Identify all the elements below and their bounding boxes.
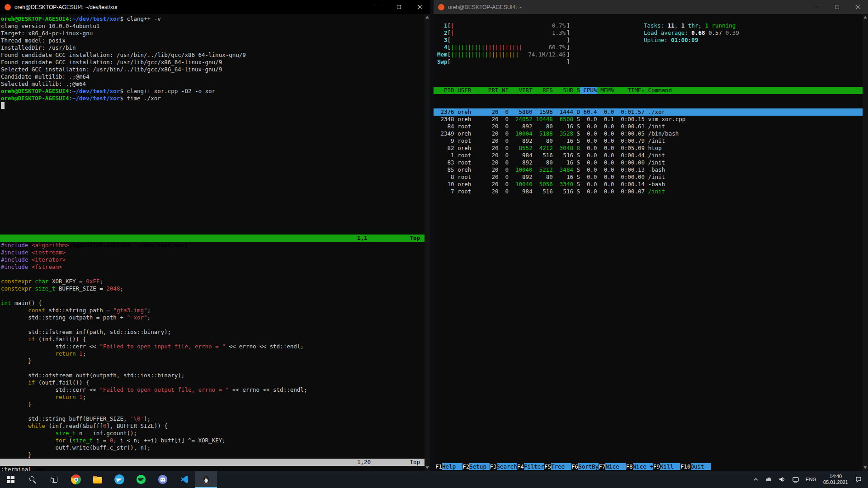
fkey-f5[interactable]: F5Tree [544, 463, 571, 470]
taskbar: ENG 14:40 05.01.2021 [0, 471, 868, 488]
telegram-button[interactable] [108, 471, 130, 488]
vim-statusline-terminal: !/bin/bash [oreh@DESKTOP-AGESUI4: ~/dev/… [0, 235, 425, 242]
language-indicator[interactable]: ENG [802, 471, 820, 488]
process-row[interactable]: 8root2008928016S0.00.00:00.00/init [434, 174, 863, 181]
code-line: while (inf.read(&buff[0], BUFFER_SIZE)) … [1, 422, 425, 430]
system-tray: ENG 14:40 05.01.2021 [750, 471, 868, 488]
terminal-line: Selected multilib: .;@m64 [1, 80, 425, 88]
code-line: constexpr char XOR_KEY = 0xFF; [1, 278, 425, 285]
column-header-mem[interactable]: MEM% [597, 87, 614, 94]
code-line: outf.write(buff.c_str(), n); [1, 444, 425, 451]
scrollbar-down-arrow-icon[interactable] [863, 466, 867, 469]
code-line: } [1, 401, 425, 408]
code-line: for (size_t i = 0; i < n; ++i) buff[i] ^… [1, 437, 425, 444]
code-line: constexpr size_t BUFFER_SIZE = 2048; [1, 285, 425, 292]
clock[interactable]: 14:40 05.01.2021 [820, 471, 852, 488]
scrollbar-up-arrow-icon[interactable] [425, 16, 429, 19]
minimize-button[interactable] [806, 0, 826, 14]
titlebar[interactable]: oreh@DESKTOP-AGESUI4: ~/dev/test/xor [0, 0, 430, 14]
code-line: return 1; [1, 394, 425, 401]
process-row[interactable]: 85oreh2001004052123484S0.00.00:00.13-bas… [434, 166, 863, 174]
cpu2-meter: 2[|1.3%] [437, 29, 570, 37]
tray-date: 05.01.2021 [823, 479, 848, 485]
scrollbar-up-arrow-icon[interactable] [863, 16, 867, 19]
maximize-button[interactable] [388, 0, 409, 14]
column-header-cpu[interactable]: CPU% [580, 87, 597, 94]
process-row[interactable]: 9root2008928016S0.00.00:00.79/init [434, 137, 863, 145]
fkey-f9[interactable]: F9Kill [653, 463, 680, 470]
terminal-line: Thread model: posix [1, 37, 425, 44]
close-button[interactable] [847, 0, 868, 14]
minimize-button[interactable] [368, 0, 388, 14]
vim-buffer[interactable]: #include <algorithm>#include <iostream>#… [1, 242, 425, 459]
bash-output[interactable]: oreh@DESKTOP-AGESUI4:~/dev/test/xor$ cla… [1, 15, 425, 109]
scrollbar-down-arrow-icon[interactable] [425, 466, 429, 469]
htop-process-table: PIDUSERPRINIVIRTRESSHRSCPU%MEM%TIME+Comm… [434, 72, 863, 210]
process-row[interactable]: 2376oreh200588015961444D60.40.00:01.57./… [434, 108, 863, 116]
network-tray-button[interactable] [789, 471, 802, 488]
column-header-pri[interactable]: PRI [485, 87, 498, 94]
window-title: oreh@DESKTOP-AGESUI4: ~/dev/test/xor [14, 4, 118, 10]
task-view-button[interactable] [43, 471, 65, 488]
process-row[interactable]: 84root2008928016S0.00.00:00.61/init [434, 123, 863, 130]
column-header-ni[interactable]: NI [498, 87, 509, 94]
process-row[interactable]: 83root2008928016S0.00.00:00.00/init [434, 159, 863, 166]
fkey-f4[interactable]: F4Filter [517, 463, 544, 470]
file-explorer-button[interactable] [87, 471, 108, 488]
column-header-time[interactable]: TIME+ [614, 87, 645, 94]
scrollbar[interactable] [863, 14, 868, 471]
search-button[interactable] [22, 471, 43, 488]
scroll-indicator: Top [410, 459, 420, 466]
process-row[interactable]: 2349oreh2001000451883528S0.00.00:00.05/b… [434, 130, 863, 137]
vim-statusline-file: xor.cpp 1,20 Top [0, 459, 425, 466]
terminal-line: oreh@DESKTOP-AGESUI4:~/dev/test/xor$ tim… [1, 95, 425, 102]
column-header-res[interactable]: RES [533, 87, 553, 94]
code-line: const std::string path = "gta3.img"; [1, 307, 425, 314]
fkey-f1[interactable]: F1Help [435, 463, 462, 470]
chrome-button[interactable] [65, 471, 87, 488]
volume-tray-button[interactable] [775, 471, 789, 488]
column-header-virt[interactable]: VIRT [509, 87, 533, 94]
process-row[interactable]: 7root200984516516S0.00.00:00.07/init [434, 188, 863, 195]
discord-button[interactable] [152, 471, 174, 488]
scrollbar[interactable] [425, 14, 430, 471]
fkey-f7[interactable]: F7Nice - [599, 463, 626, 470]
fkey-f6[interactable]: F6SortBy [571, 463, 599, 470]
wsl-terminal-button[interactable] [195, 471, 217, 488]
column-header-s[interactable]: S [573, 87, 580, 94]
fkey-f2[interactable]: F2Setup [462, 463, 490, 470]
titlebar[interactable]: oreh@DESKTOP-AGESUI4: ~ [434, 0, 868, 14]
code-line: } [1, 357, 425, 365]
process-row[interactable]: 1root200984516516S0.00.00:00.44/init [434, 152, 863, 159]
column-header-pid[interactable]: PID [437, 87, 454, 94]
minimize-icon [814, 7, 818, 7]
code-line: size_t n = inf.gcount(); [1, 430, 425, 437]
code-line: std::cerr << "Failed to open input file,… [1, 343, 425, 350]
fkey-f8[interactable]: F8Nice + [626, 463, 653, 470]
maximize-icon [397, 5, 401, 9]
action-center-button[interactable] [852, 471, 865, 488]
close-button[interactable] [409, 0, 430, 14]
process-row[interactable]: 10oreh2001004050563340S0.00.00:00.14-bas… [434, 181, 863, 188]
tray-expand-button[interactable] [750, 471, 762, 488]
notification-bubble-icon [855, 476, 862, 483]
fkey-f3[interactable]: F3Search [490, 463, 517, 470]
vscode-button[interactable] [174, 471, 195, 488]
right-terminal-window: oreh@DESKTOP-AGESUI4: ~ 1[|0.7%] 2[|1.3%… [434, 0, 868, 471]
column-header-user[interactable]: USER [454, 87, 485, 94]
terminal-line: Found candidate GCC installation: /usr/b… [1, 52, 425, 59]
fkey-f10[interactable]: F10Quit [680, 463, 711, 470]
spotify-button[interactable] [130, 471, 152, 488]
start-button[interactable] [0, 471, 22, 488]
column-header-shr[interactable]: SHR [553, 87, 573, 94]
file-explorer-icon [93, 477, 102, 483]
column-header-command[interactable]: Command [645, 87, 672, 94]
onedrive-tray-button[interactable] [762, 471, 775, 488]
process-row[interactable]: 2348oreh20024052104486508S0.00.10:00.15v… [434, 116, 863, 123]
htop-table-header: PIDUSERPRINIVIRTRESSHRSCPU%MEM%TIME+Comm… [434, 87, 863, 94]
vim-command-line: :terminal [1, 466, 32, 471]
maximize-button[interactable] [826, 0, 847, 14]
search-icon [29, 476, 36, 483]
network-icon [792, 476, 799, 483]
process-row[interactable]: 82oreh200855242123048R0.00.00:05.09htop [434, 145, 863, 152]
